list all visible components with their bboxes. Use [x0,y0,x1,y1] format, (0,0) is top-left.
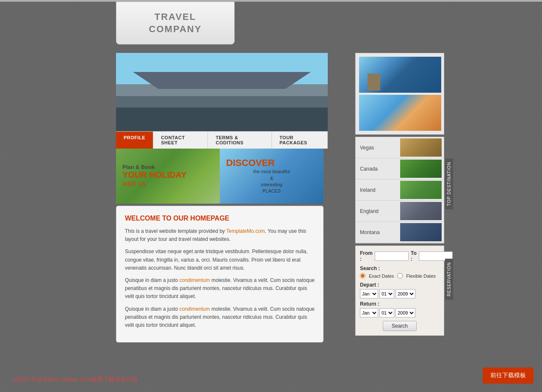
banner-discover: DISCOVER the most beautiful & interestin… [220,149,324,204]
destinations-panel: TOP DESTINATION Vegas Canada Ireland Eng… [355,137,444,243]
reservation-label: RESERVATION [445,259,453,300]
discover-subtitle: the most beautiful & interesting PLACES [226,168,317,195]
return-row: Return : JanFebMarApr MayJunJulAug SepOc… [360,301,440,317]
dest-canada[interactable]: Canada [356,158,444,179]
dest-thumb-canada [400,160,442,178]
condimentum-link1[interactable]: condimentum [180,277,210,283]
flexible-dates-label: Flexible Dates [406,273,436,279]
top-photos [355,53,444,135]
dest-thumb-montana [400,223,442,241]
header: TRAVEL COMPANY [116,2,235,44]
depart-month-select[interactable]: JanFebMarApr MayJunJulAug SepOctNovDec [360,289,378,298]
nav-profile[interactable]: PROFILE [116,132,153,149]
nav-terms[interactable]: TERMS & CODITIONS [208,132,272,149]
content-left: PROFILE CONTACT SHEET TERMS & CODITIONS … [116,53,328,342]
top-destination-label: TOP DESTINATION [445,158,453,209]
dest-name-montana: Montana [358,229,400,235]
flexible-dates-radio[interactable] [397,273,403,279]
search-options-label: Search : [360,265,440,271]
main-layout: PROFILE CONTACT SHEET TERMS & CODITIONS … [116,53,542,342]
dest-ireland[interactable]: Ireland [356,179,444,201]
download-button[interactable]: 前往下载模板 [483,367,534,384]
return-year-select[interactable]: 2009201020112012 [395,308,415,317]
return-month-select[interactable]: JanFebMarApr MayJunJulAug SepOctNovDec [360,308,378,317]
holiday-label: YOUR HOLIDAY [122,170,213,179]
dest-thumb-ireland [400,181,442,199]
sidebar: TOP DESTINATION Vegas Canada Ireland Eng… [355,53,448,342]
logo-line1: TRAVEL [155,11,196,22]
from-label: From : [360,250,373,262]
nav-packages[interactable]: TOUR PACKAGES [272,132,328,149]
welcome-para3: Quisque in diam a justo condimentum mole… [125,276,315,301]
hero-bridge [116,53,328,131]
search-button[interactable]: Search [383,321,417,331]
dest-name-vegas: Vegas [358,145,400,151]
dest-england[interactable]: England [356,201,444,222]
from-to-row: From : To : [360,250,440,262]
depart-label: Depart : [360,282,440,288]
return-day-select[interactable]: 0102030405 0607080910 [379,308,394,317]
logo-text: TRAVEL COMPANY [149,11,202,35]
welcome-para2: Suspendisse vitae neque eget ante tristi… [125,248,315,272]
welcome-title: WELCOME TO OUR HOMEPAGE [125,215,315,222]
dest-thumb-england [400,202,442,220]
dest-vegas[interactable]: Vegas [356,137,444,158]
depart-year-select[interactable]: 2009201020112012 [395,289,415,298]
welcome-para1: This is a travel website template provid… [125,227,315,243]
welcome-para4: Quisque in diam a justo condimentum mole… [125,305,315,330]
condimentum-link2[interactable]: condimentum [180,306,210,312]
welcome-box: WELCOME TO OUR HOMEPAGE This is a travel… [116,206,324,342]
watermark: 访问叫号社区bbs.xienlao.com免费下载更多内容 [13,376,138,384]
templatemo-link[interactable]: TemplateMo.com [226,228,265,234]
banner-text: Plan & Book YOUR HOLIDAY with us [122,164,213,188]
from-input[interactable] [375,251,409,261]
top-photo-1 [359,57,441,93]
wrapper: TRAVEL COMPANY PROFILE CONTACT SHEET TER… [0,2,542,342]
date-type-group: Exact Dates Flexible Dates [360,273,440,279]
hero-image [116,53,328,131]
logo-line2: COMPANY [149,24,202,34]
discover-title: DISCOVER [226,157,317,168]
return-label: Return : [360,301,440,307]
banners: Plan & Book YOUR HOLIDAY with us DISCOVE… [116,149,324,204]
depart-row: Depart : JanFebMarApr MayJunJulAug SepOc… [360,282,440,298]
dest-name-ireland: Ireland [358,187,400,193]
exact-dates-radio[interactable] [360,273,365,279]
to-label: To : [411,250,417,262]
with-us-label: with us [122,179,213,188]
navigation: PROFILE CONTACT SHEET TERMS & CODITIONS … [116,131,328,149]
dest-name-england: England [358,208,400,214]
top-photo-2 [359,95,441,131]
plan-label: Plan & Book [122,164,213,170]
banner-plan: Plan & Book YOUR HOLIDAY with us [116,149,220,204]
reservation-panel: RESERVATION From : To : Search : Exact D… [355,246,444,336]
nav-contact[interactable]: CONTACT SHEET [153,132,208,149]
dest-name-canada: Canada [358,166,400,172]
dest-thumb-vegas [400,138,442,157]
exact-dates-label: Exact Dates [369,273,394,279]
depart-day-select[interactable]: 0102030405 0607080910 [379,289,394,298]
dest-montana[interactable]: Montana [356,222,444,243]
